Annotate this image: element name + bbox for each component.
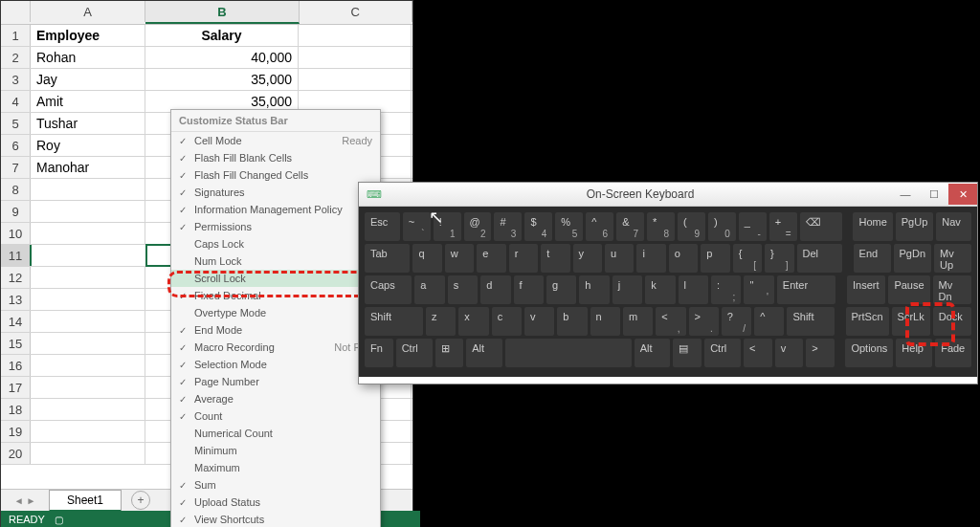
key-)
0[interactable]: )0	[708, 212, 736, 241]
key->[interactable]: >	[806, 339, 835, 367]
row-header[interactable]: 10	[1, 223, 31, 244]
key-d[interactable]: d	[480, 275, 510, 304]
row-header[interactable]: 20	[1, 443, 31, 464]
menu-item[interactable]: Caps Lock	[171, 235, 380, 253]
key-Mv Up[interactable]: Mv Up	[934, 244, 971, 273]
menu-item[interactable]: ✓Flash Fill Blank Cells	[171, 149, 380, 166]
key-g[interactable]: g	[546, 275, 576, 304]
cell[interactable]: Amit	[31, 91, 145, 112]
cell[interactable]: Jay	[31, 69, 145, 90]
key-Insert[interactable]: Insert	[847, 275, 885, 304]
key-b[interactable]: b	[557, 307, 587, 336]
row-header[interactable]: 9	[1, 201, 31, 222]
key-}
][interactable]: }]	[765, 244, 793, 273]
key-z[interactable]: z	[426, 307, 456, 336]
menu-item[interactable]: ✓Information Management Policy	[171, 201, 380, 218]
key-⌫[interactable]: ⌫	[800, 212, 843, 241]
key-"
'[interactable]: "'	[744, 275, 773, 304]
cell[interactable]	[31, 223, 145, 244]
key-$
4[interactable]: $4	[524, 212, 552, 241]
key-l[interactable]: l	[679, 275, 708, 304]
key-o[interactable]: o	[669, 244, 698, 273]
key-End[interactable]: End	[854, 244, 891, 273]
customize-status-bar-menu[interactable]: Customize Status Bar ✓Cell ModeReady✓Fla…	[170, 109, 381, 527]
key-u[interactable]: u	[605, 244, 634, 273]
osk-titlebar[interactable]: ⌨ On-Screen Keyboard — ☐ ✕	[359, 183, 977, 207]
row-header[interactable]: 17	[1, 377, 31, 398]
key-s[interactable]: s	[448, 275, 478, 304]
cell[interactable]	[31, 179, 145, 200]
tab-nav[interactable]: ◄ ►	[1, 495, 49, 506]
key-Shift[interactable]: Shift	[365, 307, 423, 336]
cell[interactable]	[299, 25, 412, 46]
key-Alt[interactable]: Alt	[635, 339, 671, 367]
key-%
5[interactable]: %5	[555, 212, 583, 241]
cell[interactable]: Tushar	[31, 113, 145, 134]
key-(
9[interactable]: (9	[678, 212, 705, 241]
key-f[interactable]: f	[514, 275, 544, 304]
row-header[interactable]: 5	[1, 113, 31, 134]
key-q[interactable]: q	[412, 244, 441, 273]
key-r[interactable]: r	[509, 244, 538, 273]
macro-record-icon[interactable]: ▢	[55, 515, 63, 525]
cell[interactable]	[31, 421, 145, 442]
cell[interactable]	[31, 333, 145, 354]
menu-item[interactable]: ✓End Mode	[171, 321, 380, 339]
cell[interactable]: 35,000	[145, 69, 299, 90]
key-Home[interactable]: Home	[853, 212, 892, 241]
key-*
8[interactable]: *8	[647, 212, 675, 241]
key->
.[interactable]: >.	[689, 307, 719, 336]
key-Options[interactable]: Options	[845, 339, 893, 367]
menu-item[interactable]: ✓Average	[171, 390, 380, 407]
sheet-tab[interactable]: Sheet1	[49, 490, 122, 512]
menu-item[interactable]: Maximum	[171, 459, 380, 476]
cell[interactable]	[31, 267, 145, 288]
key-Pause[interactable]: Pause	[888, 275, 929, 304]
row-header[interactable]: 8	[1, 179, 31, 200]
key-v[interactable]: v	[524, 307, 554, 336]
menu-item[interactable]: Numerical Count	[171, 425, 380, 442]
cell[interactable]	[31, 201, 145, 222]
new-sheet-button[interactable]: +	[131, 491, 150, 510]
key-Alt[interactable]: Alt	[466, 339, 502, 367]
menu-item[interactable]: Overtype Mode	[171, 304, 380, 321]
menu-item[interactable]: ✓Flash Fill Changed Cells	[171, 166, 380, 184]
row-header[interactable]: 16	[1, 355, 31, 376]
menu-item[interactable]: ✓Count	[171, 407, 380, 425]
key-x[interactable]: x	[458, 307, 488, 336]
cell[interactable]: Manohar	[31, 157, 145, 178]
key-Ctrl[interactable]: Ctrl	[396, 339, 433, 367]
key-space[interactable]	[505, 339, 632, 367]
menu-item[interactable]: ✓Sum	[171, 476, 380, 494]
cell[interactable]	[31, 377, 145, 398]
key-Fade[interactable]: Fade	[935, 339, 971, 367]
key-Esc[interactable]: Esc	[365, 212, 400, 241]
key-Caps[interactable]: Caps	[365, 275, 412, 304]
key-PrtScn[interactable]: PrtScn	[846, 307, 889, 336]
key-:
;[interactable]: :;	[711, 275, 741, 304]
key-Ctrl[interactable]: Ctrl	[704, 339, 741, 367]
close-button[interactable]: ✕	[948, 184, 977, 205]
key-Tab[interactable]: Tab	[365, 244, 410, 273]
key-Shift[interactable]: Shift	[787, 307, 834, 336]
key-&
7[interactable]: &7	[616, 212, 644, 241]
menu-item[interactable]: ✓Cell ModeReady	[171, 132, 380, 149]
key-Enter[interactable]: Enter	[777, 275, 835, 304]
key-t[interactable]: t	[541, 244, 569, 273]
menu-item[interactable]: Num Lock	[171, 253, 380, 270]
key-h[interactable]: h	[579, 275, 609, 304]
key-i[interactable]: i	[636, 244, 665, 273]
cell[interactable]	[32, 245, 146, 266]
key-PgUp[interactable]: PgUp	[896, 212, 934, 241]
key-_
-[interactable]: _-	[739, 212, 767, 241]
menu-item[interactable]: ✓Upload Status	[171, 494, 380, 511]
key-Mv Dn[interactable]: Mv Dn	[933, 275, 971, 304]
row-header[interactable]: 7	[1, 157, 31, 178]
key-?
/[interactable]: ?/	[722, 307, 751, 336]
cell[interactable]	[31, 399, 145, 420]
menu-item[interactable]: ✓Macro RecordingNot Rec	[171, 339, 380, 356]
cell[interactable]	[299, 69, 412, 90]
menu-item[interactable]: ✓Permissions	[171, 218, 380, 235]
key-e[interactable]: e	[477, 244, 505, 273]
key-Nav[interactable]: Nav	[936, 212, 971, 241]
